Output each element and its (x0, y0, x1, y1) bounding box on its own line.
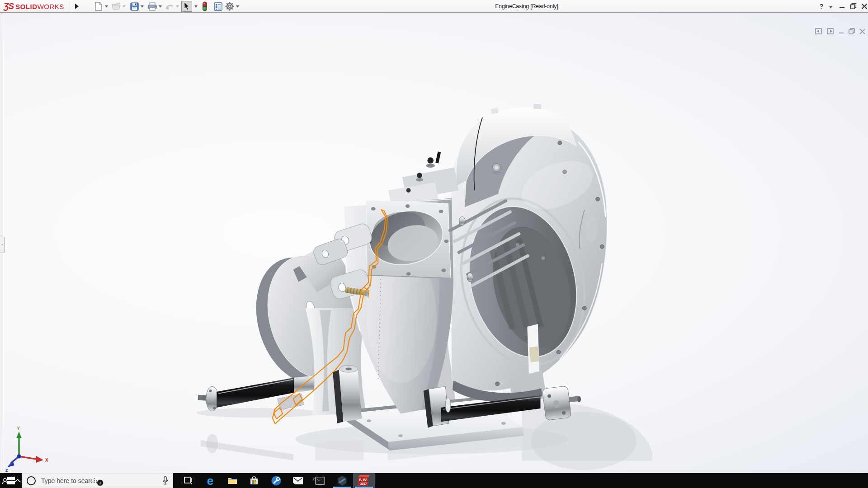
toolbar-separator (70, 1, 70, 12)
select-dropdown-caret[interactable] (194, 5, 198, 8)
gear-icon (225, 2, 234, 11)
minimize-document-icon[interactable] (839, 28, 844, 34)
list-report-icon (214, 2, 222, 11)
cmd-prompt-text: C:\_ (313, 478, 320, 481)
front-mount-lug[interactable] (333, 366, 362, 423)
taskbar-mail-button[interactable] (287, 473, 309, 488)
next-pane-icon[interactable] (827, 28, 834, 34)
rebuild-button[interactable] (199, 1, 210, 12)
flyout-arrow-icon (75, 4, 79, 9)
open-folder-icon (112, 2, 121, 10)
taskbar-edrawings-button[interactable] (331, 473, 353, 488)
wrench-circle-icon (271, 476, 281, 486)
taskbar-file-explorer-button[interactable] (222, 473, 243, 488)
restore-document-icon[interactable] (849, 28, 855, 34)
undo-arrow-icon (165, 3, 174, 10)
minimize-button[interactable] (836, 1, 848, 11)
windows-logo-icon (7, 477, 15, 484)
taskbar-task-view-button[interactable] (178, 473, 199, 488)
edge-icon: e (207, 475, 213, 486)
file-explorer-icon (227, 477, 237, 485)
menu-flyout-button[interactable] (71, 1, 82, 12)
taskbar-store-button[interactable] (243, 473, 265, 488)
printer-icon (148, 2, 157, 11)
brand-bold: SOLID (15, 3, 37, 10)
taskbar-solidworks-button[interactable]: S W 2017 (353, 473, 375, 488)
restore-icon (850, 3, 856, 9)
taskbar-edge-button[interactable]: e (199, 473, 221, 488)
notification-badge: 3 (97, 479, 104, 486)
print-dropdown-caret[interactable] (159, 5, 162, 8)
select-cursor-icon (184, 2, 190, 10)
graphics-area[interactable]: Y X Z *Dimetric (0, 13, 868, 473)
new-document-button[interactable] (93, 1, 104, 12)
solidworks-logo: ƷS SOLID WORKS (4, 1, 64, 11)
triad-x-label: X (45, 458, 48, 463)
window-title: EngineCasing [Read-only] (495, 3, 558, 9)
help-glyph: ? (820, 3, 824, 10)
brand-light: WORKS (38, 3, 64, 10)
mail-icon (293, 477, 303, 484)
windows-taskbar: Type here to search e (0, 473, 868, 488)
task-view-icon (184, 477, 193, 485)
microsoft-store-icon (250, 476, 259, 485)
previous-pane-icon[interactable] (815, 28, 822, 34)
minimize-icon (840, 4, 844, 9)
open-button[interactable] (111, 1, 122, 12)
close-icon (862, 4, 867, 9)
restore-button[interactable] (847, 1, 859, 11)
options-button[interactable] (224, 1, 235, 12)
orientation-triad: Y X Z (2, 425, 52, 474)
save-dropdown-caret[interactable] (141, 5, 144, 8)
new-dropdown-caret[interactable] (105, 5, 108, 8)
dassault-glyph: ƷS (4, 1, 14, 11)
help-button[interactable]: ? (816, 1, 827, 11)
3d-model-engine-casing[interactable] (0, 13, 868, 473)
open-dropdown-caret[interactable] (123, 5, 126, 8)
triad-z-label: Z (5, 468, 8, 473)
cylinder-flange[interactable] (365, 201, 451, 278)
traffic-light-icon (202, 1, 208, 11)
print-button[interactable] (147, 1, 158, 12)
title-bar: ƷS SOLID WORKS (0, 0, 868, 13)
splitter-dot (1, 244, 3, 245)
panel-splitter-handle[interactable] (0, 237, 5, 253)
options-dropdown-caret[interactable] (236, 5, 240, 8)
microphone-icon[interactable] (162, 476, 168, 485)
triad-y-label: Y (17, 426, 20, 431)
undo-button[interactable] (164, 1, 175, 12)
sw-year: 2017 (360, 482, 367, 485)
select-button[interactable] (181, 1, 192, 12)
display-report-button[interactable] (212, 1, 223, 12)
start-button[interactable] (0, 473, 22, 488)
edrawings-hexagon-icon (337, 475, 348, 486)
close-button[interactable] (859, 1, 868, 11)
save-floppy-icon (130, 2, 139, 11)
undo-dropdown-caret[interactable] (176, 5, 179, 8)
help-dropdown-caret[interactable] (829, 5, 833, 9)
new-document-icon (94, 2, 103, 11)
close-document-icon[interactable] (859, 28, 865, 34)
document-window-controls (815, 28, 865, 34)
save-button[interactable] (129, 1, 140, 12)
action-center-button[interactable]: 3 (89, 473, 104, 488)
sw-letters: S W (359, 478, 367, 482)
taskbar-support-button[interactable] (265, 473, 287, 488)
taskbar-cmd-button[interactable]: C:\_ (309, 473, 331, 488)
cortana-icon (27, 476, 36, 485)
solidworks-2017-icon: S W 2017 (358, 475, 370, 487)
